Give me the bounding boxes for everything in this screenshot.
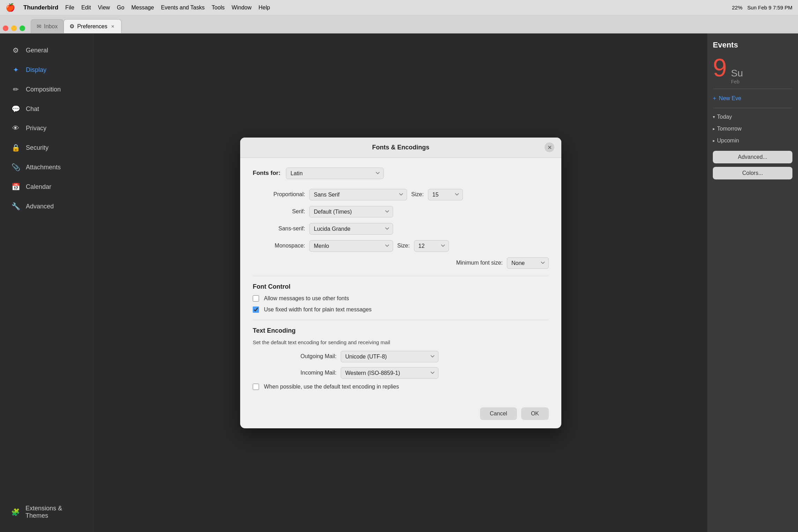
colors-button[interactable]: Colors... (713, 167, 792, 179)
dialog-separator-2 (253, 320, 549, 320)
proportional-size-label: Size: (411, 191, 424, 198)
proportional-size-select[interactable]: 15 12 14 16 18 (428, 189, 463, 200)
calendar-day-number: 9 (713, 55, 727, 80)
today-label: Today (717, 114, 732, 120)
calendar-icon: 📅 (11, 183, 20, 191)
extensions-icon: 🧩 (11, 508, 20, 516)
sidebar-item-calendar[interactable]: 📅 Calendar (3, 178, 91, 196)
fixed-width-label: Use fixed width font for plain text mess… (264, 306, 372, 313)
fonts-for-select[interactable]: Latin Greek Cyrillic Japanese (286, 168, 384, 179)
sidebar-label-chat: Chat (26, 105, 39, 113)
allow-other-fonts-checkbox[interactable] (253, 295, 259, 302)
menu-window[interactable]: Window (232, 5, 252, 11)
tab-close-button[interactable]: ✕ (110, 24, 116, 29)
upcoming-chevron-icon: ▸ (713, 138, 715, 143)
cancel-button[interactable]: Cancel (480, 407, 517, 420)
menu-tools[interactable]: Tools (212, 5, 224, 11)
sans-serif-select[interactable]: Lucida Grande Helvetica Arial (309, 223, 393, 235)
serif-row: Serif: Default (Times) Times New Roman G… (253, 206, 549, 217)
proportional-select[interactable]: Sans Serif Serif Monospace (309, 189, 407, 200)
tomorrow-section[interactable]: ▸ Tomorrow (713, 124, 792, 133)
min-font-size-label: Minimum font size: (456, 260, 503, 266)
sidebar-item-security[interactable]: 🔒 Security (3, 139, 91, 157)
menubar-right: 22% Sun Feb 9 7:59 PM (732, 5, 792, 10)
sidebar-label-calendar: Calendar (26, 183, 51, 191)
sidebar-label-security: Security (26, 144, 49, 152)
traffic-light-maximize[interactable] (20, 25, 25, 31)
advanced-button[interactable]: Advanced... (713, 151, 792, 163)
sidebar-item-composition[interactable]: ✏ Composition (3, 80, 91, 98)
menu-go[interactable]: Go (117, 5, 124, 11)
dialog-separator-1 (253, 276, 549, 276)
panel-divider-1 (713, 89, 792, 89)
traffic-light-close[interactable] (3, 25, 8, 31)
dialog-footer: Cancel OK (240, 402, 561, 428)
sidebar-label-composition: Composition (26, 86, 61, 93)
default-encoding-label: When possible, use the default text enco… (264, 384, 399, 390)
sidebar-item-general[interactable]: ⚙ General (3, 41, 91, 59)
menu-view[interactable]: View (98, 5, 110, 11)
menu-file[interactable]: File (65, 5, 74, 11)
privacy-icon: 👁 (11, 124, 20, 132)
tomorrow-label: Tomorrow (717, 126, 741, 132)
sidebar-item-display[interactable]: ✦ Display (3, 61, 91, 79)
sidebar-label-general: General (26, 47, 48, 54)
new-event-label: New Eve (719, 95, 741, 102)
monospace-row: Monospace: Menlo Courier New Monaco Size… (253, 240, 549, 252)
sidebar: ⚙ General ✦ Display ✏ Composition 💬 Chat… (0, 34, 94, 532)
sidebar-label-privacy: Privacy (26, 125, 46, 132)
apple-menu[interactable]: 🍎 (6, 3, 15, 12)
text-encoding-desc: Set the default text encoding for sendin… (253, 339, 549, 345)
incoming-mail-label: Incoming Mail: (260, 370, 337, 376)
incoming-mail-row: Incoming Mail: Western (ISO-8859-1) Unic… (253, 367, 549, 379)
sidebar-item-attachments[interactable]: 📎 Attachments (3, 158, 91, 176)
inbox-icon: ✉ (37, 23, 41, 30)
sidebar-label-display: Display (26, 66, 46, 74)
fonts-for-label: Fonts for: (253, 170, 280, 177)
min-font-size-select[interactable]: None 9 10 11 12 (507, 257, 549, 269)
traffic-light-minimize[interactable] (11, 25, 17, 31)
dialog-title: Fonts & Encodings (372, 144, 429, 151)
fonts-for-row: Fonts for: Latin Greek Cyrillic Japanese (253, 168, 549, 179)
menu-help[interactable]: Help (259, 5, 270, 11)
monospace-size-label: Size: (397, 243, 410, 249)
upcoming-section[interactable]: ▸ Upcomin (713, 136, 792, 145)
dialog-overlay: Fonts & Encodings ✕ Fonts for: Latin Gre… (94, 34, 707, 532)
sidebar-item-privacy[interactable]: 👁 Privacy (3, 119, 91, 137)
menu-events-tasks[interactable]: Events and Tasks (161, 5, 205, 11)
dialog-body: Fonts for: Latin Greek Cyrillic Japanese… (240, 158, 561, 402)
advanced-icon: 🔧 (11, 202, 20, 210)
sidebar-label-advanced: Advanced (26, 203, 54, 210)
serif-select[interactable]: Default (Times) Times New Roman Georgia (309, 206, 393, 217)
menu-edit[interactable]: Edit (81, 5, 91, 11)
app-name: Thunderbird (23, 4, 58, 11)
outgoing-mail-select[interactable]: Unicode (UTF-8) Western (ISO-8859-1) (341, 351, 438, 362)
monospace-select[interactable]: Menlo Courier New Monaco (309, 240, 393, 252)
sidebar-item-advanced[interactable]: 🔧 Advanced (3, 197, 91, 215)
upcoming-label: Upcomin (717, 138, 739, 144)
security-icon: 🔒 (11, 143, 20, 152)
dialog-close-button[interactable]: ✕ (545, 142, 554, 152)
default-encoding-row: When possible, use the default text enco… (253, 384, 549, 390)
incoming-mail-select[interactable]: Western (ISO-8859-1) Unicode (UTF-8) (341, 367, 438, 379)
preferences-icon: ⚙ (69, 23, 74, 30)
fixed-width-checkbox[interactable] (253, 306, 259, 313)
outgoing-mail-row: Outgoing Mail: Unicode (UTF-8) Western (… (253, 351, 549, 362)
main-layout: ⚙ General ✦ Display ✏ Composition 💬 Chat… (0, 34, 798, 532)
sidebar-label-attachments: Attachments (26, 164, 61, 171)
monospace-size-select[interactable]: 12 10 14 (414, 240, 449, 252)
panel-divider-2 (713, 108, 792, 108)
sidebar-item-chat[interactable]: 💬 Chat (3, 100, 91, 118)
new-event-button[interactable]: + New Eve (713, 93, 792, 104)
today-section[interactable]: ▾ Today (713, 112, 792, 121)
tab-preferences[interactable]: ⚙ Preferences ✕ (64, 19, 121, 33)
ok-button[interactable]: OK (521, 407, 549, 420)
default-encoding-checkbox[interactable] (253, 384, 259, 390)
tab-inbox[interactable]: ✉ Inbox (31, 19, 64, 33)
attachments-icon: 📎 (11, 163, 20, 171)
allow-other-fonts-label: Allow messages to use other fonts (264, 295, 349, 302)
menu-message[interactable]: Message (131, 5, 154, 11)
battery-indicator: 22% (732, 5, 742, 10)
general-icon: ⚙ (11, 46, 20, 54)
sidebar-item-extensions[interactable]: 🧩 Extensions & Themes (3, 500, 91, 524)
